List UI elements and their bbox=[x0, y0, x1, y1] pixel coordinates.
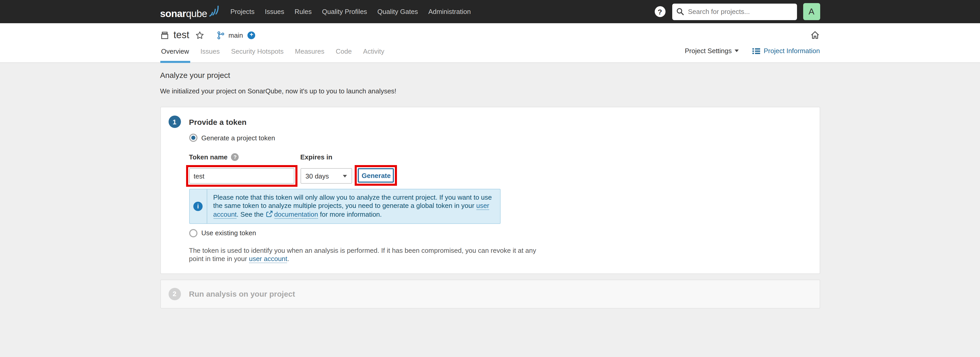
page-title: Analyze your project bbox=[160, 71, 820, 80]
favorite-star-icon[interactable] bbox=[196, 31, 204, 40]
global-nav: Projects Issues Rules Quality Profiles Q… bbox=[231, 8, 471, 16]
footnote-user-account-link[interactable]: user account bbox=[249, 255, 287, 263]
step2-title: Run analysis on your project bbox=[189, 290, 295, 298]
logo-sonar-text: sonar bbox=[160, 8, 186, 18]
expires-in-label: Expires in bbox=[300, 153, 332, 161]
nav-item-projects[interactable]: Projects bbox=[231, 8, 255, 16]
alert-text: Please note that this token will only al… bbox=[213, 193, 492, 210]
step1-card: 1 Provide a token Generate a project tok… bbox=[160, 107, 820, 274]
project-header: test main + bbox=[0, 23, 980, 63]
search-icon bbox=[676, 8, 684, 16]
generate-button[interactable]: Generate bbox=[358, 168, 394, 183]
alert-text: . See the bbox=[237, 210, 265, 218]
nav-item-rules[interactable]: Rules bbox=[294, 8, 312, 16]
project-settings-label: Project Settings bbox=[685, 47, 732, 55]
tab-activity[interactable]: Activity bbox=[362, 42, 385, 63]
nav-item-quality-profiles[interactable]: Quality Profiles bbox=[322, 8, 367, 16]
list-icon bbox=[752, 47, 760, 55]
tab-issues[interactable]: Issues bbox=[199, 42, 221, 63]
tab-measures[interactable]: Measures bbox=[294, 42, 325, 63]
branch-name[interactable]: main bbox=[228, 31, 243, 39]
page-intro: We initialized your project on SonarQube… bbox=[160, 87, 820, 95]
step2-number-badge: 2 bbox=[168, 288, 181, 300]
project-information-label: Project Information bbox=[764, 47, 820, 55]
use-existing-token-radio-label[interactable]: Use existing token bbox=[201, 230, 256, 237]
token-footnote: The token is used to identify you when a… bbox=[189, 247, 545, 263]
help-icon[interactable]: ? bbox=[654, 6, 665, 17]
generate-token-radio[interactable] bbox=[189, 134, 197, 142]
expires-in-value: 30 days bbox=[305, 172, 329, 180]
external-link-icon bbox=[266, 210, 272, 219]
step2-card: 2 Run analysis on your project bbox=[160, 280, 820, 309]
chevron-down-icon bbox=[735, 49, 739, 52]
expires-in-select[interactable]: 30 days bbox=[300, 168, 352, 184]
plus-circle-icon[interactable]: + bbox=[248, 31, 255, 39]
tab-code[interactable]: Code bbox=[334, 42, 353, 63]
global-search[interactable] bbox=[672, 3, 797, 20]
step1-title: Provide a token bbox=[189, 117, 247, 126]
sonarqube-logo[interactable]: sonarqube bbox=[160, 5, 220, 18]
project-tabs: Overview Issues Security Hotspots Measur… bbox=[160, 42, 820, 63]
nav-item-quality-gates[interactable]: Quality Gates bbox=[377, 8, 418, 16]
project-information-button[interactable]: Project Information bbox=[752, 47, 820, 55]
avatar[interactable]: A bbox=[803, 3, 820, 20]
use-existing-token-radio[interactable] bbox=[189, 229, 197, 237]
token-input-annotation-box bbox=[186, 165, 297, 187]
tab-security-hotspots[interactable]: Security Hotspots bbox=[230, 42, 285, 63]
home-icon[interactable] bbox=[810, 30, 820, 40]
nav-item-issues[interactable]: Issues bbox=[265, 8, 284, 16]
footnote-text: . bbox=[287, 255, 289, 263]
token-info-alert: i Please note that this token will only … bbox=[189, 189, 500, 224]
info-icon: i bbox=[193, 202, 203, 211]
nav-item-administration[interactable]: Administration bbox=[428, 8, 471, 16]
generate-button-annotation-box: Generate bbox=[355, 165, 397, 186]
logo-waves-icon bbox=[209, 5, 220, 17]
token-name-help-icon[interactable]: ? bbox=[231, 153, 239, 161]
branch-icon bbox=[216, 31, 225, 40]
alert-text: for more information. bbox=[318, 210, 382, 218]
project-settings-menu[interactable]: Project Settings bbox=[685, 47, 739, 55]
generate-token-radio-label[interactable]: Generate a project token bbox=[201, 134, 275, 142]
logo-qube-text: qube bbox=[186, 8, 207, 18]
search-input[interactable] bbox=[687, 7, 792, 16]
navbar-right-cluster: ? A bbox=[654, 3, 820, 20]
token-name-label: Token name bbox=[189, 153, 228, 161]
tab-overview[interactable]: Overview bbox=[160, 42, 190, 63]
token-name-input[interactable] bbox=[189, 168, 294, 184]
footnote-text: The token is used to identify you when a… bbox=[189, 247, 536, 263]
select-caret-icon bbox=[342, 175, 347, 177]
project-name[interactable]: test bbox=[173, 29, 189, 41]
sonarqube-app: sonarqube Projects Issues Rules Quality … bbox=[0, 0, 980, 357]
step1-number-badge: 1 bbox=[168, 116, 181, 128]
documentation-link[interactable]: documentation bbox=[274, 210, 318, 218]
breadcrumb: test main + bbox=[160, 23, 820, 42]
project-qualifier-icon bbox=[160, 31, 169, 40]
top-navbar: sonarqube Projects Issues Rules Quality … bbox=[0, 0, 980, 23]
